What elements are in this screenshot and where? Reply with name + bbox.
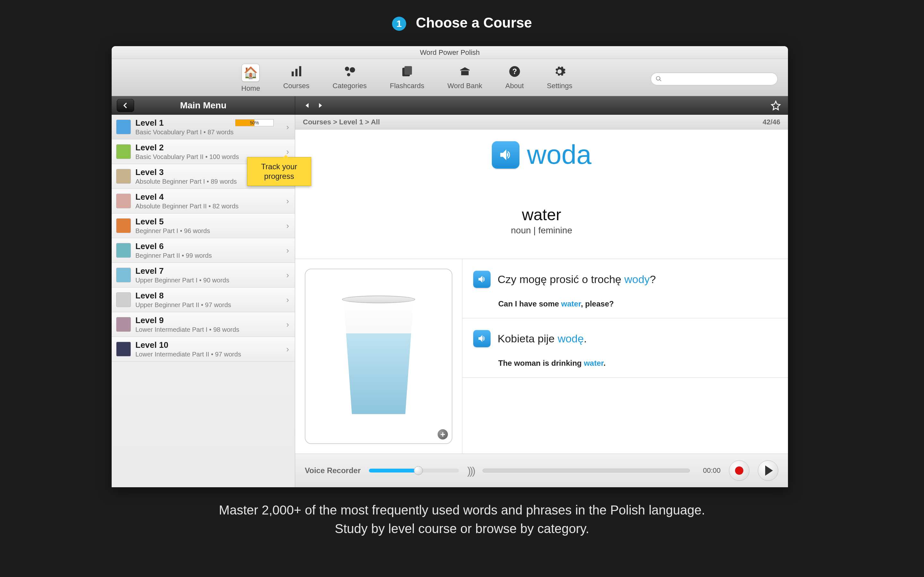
volume-slider[interactable] xyxy=(369,469,459,472)
callout-line-2: progress xyxy=(254,171,304,181)
level-thumb xyxy=(116,218,131,233)
progress-callout: Track your progress xyxy=(247,157,311,186)
breadcrumb: Courses > Level 1 > All xyxy=(303,118,380,126)
volume-thumb[interactable] xyxy=(414,466,423,475)
search-input[interactable] xyxy=(664,75,773,83)
toolbar-categories-label: Categories xyxy=(333,82,367,90)
speaker-icon xyxy=(477,334,487,343)
record-icon xyxy=(735,466,743,475)
next-card-button[interactable] xyxy=(314,99,326,112)
sidebar-level-row[interactable]: Level 8 Upper Beginner Part II • 97 word… xyxy=(111,287,295,312)
toolbar-categories[interactable]: Categories xyxy=(333,64,367,93)
sidebar-level-row[interactable]: Level 1 Basic Vocabulary Part I • 87 wor… xyxy=(111,115,295,139)
play-example-audio-button[interactable] xyxy=(473,271,491,288)
card-counter: 42/46 xyxy=(762,118,780,126)
level-subtitle: Beginner Part II • 99 words xyxy=(136,252,286,259)
play-example-audio-button[interactable] xyxy=(473,330,491,347)
flashcards-icon xyxy=(399,64,415,79)
level-thumb xyxy=(116,144,131,159)
back-button[interactable] xyxy=(117,99,134,112)
playback-track[interactable] xyxy=(483,469,690,472)
app-window: Word Power Polish 🏠 Home Courses Categor… xyxy=(111,46,788,487)
favorite-button[interactable] xyxy=(769,99,782,112)
example-row: Czy mogę prosić o trochę wody? Can I hav… xyxy=(462,259,788,318)
toolbar-courses-label: Courses xyxy=(283,82,310,90)
level-subtitle: Lower Intermediate Part I • 98 words xyxy=(136,326,286,334)
search-input-wrap[interactable] xyxy=(651,73,778,85)
search-icon xyxy=(656,76,662,82)
recorder-label: Voice Recorder xyxy=(305,466,360,475)
sidebar-header: Main Menu xyxy=(111,96,295,115)
example-translation: Can I have some water, please? xyxy=(498,300,777,308)
sidebar-level-row[interactable]: Level 9 Lower Intermediate Part I • 98 w… xyxy=(111,312,295,337)
tagline-line-1: Master 2,000+ of the most frequently use… xyxy=(0,501,924,519)
level-thumb xyxy=(116,292,131,307)
play-button[interactable] xyxy=(758,460,779,481)
toolbar-about-label: About xyxy=(505,82,524,90)
word-hero: woda water noun | feminine xyxy=(295,129,788,259)
examples-list: Czy mogę prosić o trochę wody? Can I hav… xyxy=(462,259,788,454)
example-sentence: Czy mogę prosić o trochę wody? xyxy=(498,273,656,285)
chart-icon xyxy=(289,64,304,79)
chevron-right-icon: › xyxy=(286,319,289,330)
categories-icon xyxy=(342,64,357,79)
sidebar-level-row[interactable]: Level 10 Lower Intermediate Part II • 97… xyxy=(111,337,295,362)
triangle-right-icon xyxy=(317,102,324,109)
toolbar-courses[interactable]: Courses xyxy=(283,64,310,93)
translation: water xyxy=(295,205,788,224)
example-row: Kobieta pije wodę. The woman is drinking… xyxy=(462,318,788,378)
sidebar-level-row[interactable]: Level 6 Beginner Part II • 99 words › xyxy=(111,238,295,263)
step-title-text: Choose a Course xyxy=(416,15,532,31)
chevron-right-icon: › xyxy=(286,221,289,231)
sound-wave-icon: ))) xyxy=(467,464,474,477)
level-subtitle: Basic Vocabulary Part I • 87 words xyxy=(136,129,286,136)
record-button[interactable] xyxy=(729,460,750,481)
water-glass-illustration xyxy=(337,299,420,414)
level-subtitle: Upper Beginner Part II • 97 words xyxy=(136,301,286,309)
sidebar-level-row[interactable]: Level 4 Absolute Beginner Part II • 82 w… xyxy=(111,189,295,213)
toolbar-settings-label: Settings xyxy=(547,82,573,90)
level-title: Level 8 xyxy=(136,291,286,301)
content: Courses > Level 1 > All 42/46 woda water… xyxy=(295,115,788,487)
question-icon: ? xyxy=(507,64,522,79)
svg-text:?: ? xyxy=(512,67,517,76)
toolbar-settings[interactable]: Settings xyxy=(547,64,573,93)
wordbank-icon xyxy=(457,64,473,79)
level-title: Level 7 xyxy=(136,266,286,276)
sidebar-level-row[interactable]: Level 7 Upper Beginner Part I • 90 words… xyxy=(111,263,295,287)
level-subtitle: Lower Intermediate Part II • 97 words xyxy=(136,351,286,358)
gear-icon xyxy=(552,64,567,79)
breadcrumb-bar: Courses > Level 1 > All 42/46 xyxy=(295,115,788,129)
sidebar-level-row[interactable]: Level 5 Beginner Part I • 96 words › xyxy=(111,213,295,238)
grammar-info: noun | feminine xyxy=(295,226,788,235)
chevron-right-icon: › xyxy=(286,122,289,132)
star-icon xyxy=(771,100,781,111)
window-title: Word Power Polish xyxy=(111,46,788,59)
svg-point-3 xyxy=(345,67,349,71)
level-title: Level 4 xyxy=(136,192,286,202)
toolbar-home[interactable]: 🏠 Home xyxy=(241,64,260,93)
example-sentence: Kobieta pije wodę. xyxy=(498,332,587,345)
level-title: Level 5 xyxy=(136,217,286,227)
zoom-image-button[interactable]: + xyxy=(437,429,449,440)
level-title: Level 6 xyxy=(136,242,286,251)
plus-icon: + xyxy=(440,430,445,440)
svg-rect-2 xyxy=(299,66,301,76)
level-thumb xyxy=(116,342,131,356)
home-icon: 🏠 xyxy=(243,65,258,81)
progress-label: 50% xyxy=(250,120,259,125)
svg-rect-1 xyxy=(295,69,297,76)
tagline-line-2: Study by level course or browse by categ… xyxy=(0,519,924,538)
toolbar-flashcards-label: Flashcards xyxy=(390,82,425,90)
toolbar-flashcards[interactable]: Flashcards xyxy=(390,64,425,93)
toolbar-about[interactable]: ? About xyxy=(505,64,524,93)
play-word-audio-button[interactable] xyxy=(492,141,519,169)
level-thumb xyxy=(116,193,131,208)
toolbar-home-label: Home xyxy=(241,84,260,93)
prev-card-button[interactable] xyxy=(301,99,314,112)
play-icon xyxy=(765,466,773,476)
level-title: Level 2 xyxy=(136,143,286,153)
toolbar-wordbank[interactable]: Word Bank xyxy=(447,64,482,93)
image-frame: + xyxy=(305,269,452,444)
svg-point-5 xyxy=(347,73,350,76)
